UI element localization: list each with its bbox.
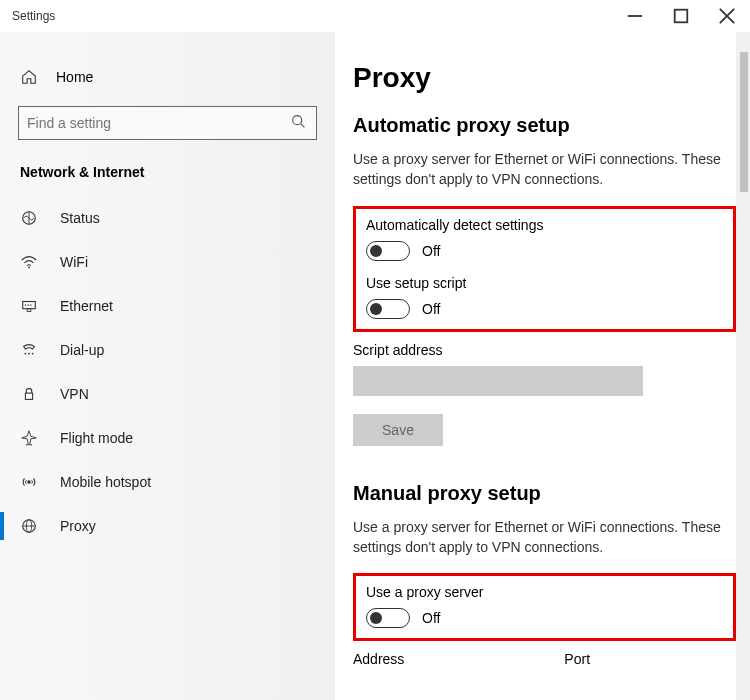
sidebar-item-label: Status xyxy=(60,210,100,226)
detect-toggle[interactable] xyxy=(366,241,410,261)
nav-list: Status WiFi Ethernet Dial-up VPN Flight … xyxy=(0,196,335,548)
svg-point-15 xyxy=(28,353,30,355)
svg-rect-17 xyxy=(25,393,32,399)
hotspot-icon xyxy=(20,473,40,491)
port-label: Port xyxy=(564,651,590,667)
script-address-input[interactable] xyxy=(353,366,643,396)
close-button[interactable] xyxy=(704,0,750,32)
home-label: Home xyxy=(56,69,93,85)
content-area: Proxy Automatic proxy setup Use a proxy … xyxy=(335,32,750,700)
detect-state: Off xyxy=(422,243,440,259)
search-icon xyxy=(290,113,308,134)
sidebar-item-label: WiFi xyxy=(60,254,88,270)
sidebar-item-label: Mobile hotspot xyxy=(60,474,151,490)
script-toggle[interactable] xyxy=(366,299,410,319)
sidebar-item-flightmode[interactable]: Flight mode xyxy=(0,416,335,460)
sidebar-item-wifi[interactable]: WiFi xyxy=(0,240,335,284)
sidebar-item-label: Dial-up xyxy=(60,342,104,358)
use-proxy-state: Off xyxy=(422,610,440,626)
script-state: Off xyxy=(422,301,440,317)
svg-point-14 xyxy=(25,353,27,355)
sidebar: Home Network & Internet Status WiFi Ethe… xyxy=(0,32,335,700)
home-icon xyxy=(20,68,40,86)
search-box[interactable] xyxy=(18,106,317,140)
script-address-label: Script address xyxy=(353,342,736,358)
scrollbar-thumb[interactable] xyxy=(740,52,748,192)
window-controls xyxy=(612,0,750,32)
sidebar-item-label: Proxy xyxy=(60,518,96,534)
svg-rect-10 xyxy=(27,309,31,312)
highlight-auto: Automatically detect settings Off Use se… xyxy=(353,206,736,332)
svg-rect-1 xyxy=(675,10,688,23)
minimize-button[interactable] xyxy=(612,0,658,32)
sidebar-item-dialup[interactable]: Dial-up xyxy=(0,328,335,372)
status-icon xyxy=(20,209,40,227)
address-label: Address xyxy=(353,651,404,667)
svg-point-16 xyxy=(32,353,34,355)
sidebar-item-hotspot[interactable]: Mobile hotspot xyxy=(0,460,335,504)
sidebar-item-proxy[interactable]: Proxy xyxy=(0,504,335,548)
svg-point-4 xyxy=(293,115,302,124)
scrollbar[interactable] xyxy=(736,32,750,700)
auto-desc: Use a proxy server for Ethernet or WiFi … xyxy=(353,149,723,190)
home-nav[interactable]: Home xyxy=(0,60,335,94)
sidebar-item-status[interactable]: Status xyxy=(0,196,335,240)
save-button[interactable]: Save xyxy=(353,414,443,446)
search-input[interactable] xyxy=(27,115,290,131)
window-title: Settings xyxy=(12,9,55,23)
sidebar-item-label: VPN xyxy=(60,386,89,402)
vpn-icon xyxy=(20,385,40,403)
detect-label: Automatically detect settings xyxy=(366,217,723,233)
svg-rect-9 xyxy=(23,302,36,309)
svg-line-5 xyxy=(301,123,305,127)
highlight-manual: Use a proxy server Off xyxy=(353,573,736,641)
page-title: Proxy xyxy=(353,62,736,94)
airplane-icon xyxy=(20,429,40,447)
manual-heading: Manual proxy setup xyxy=(353,482,736,505)
auto-heading: Automatic proxy setup xyxy=(353,114,736,137)
sidebar-item-vpn[interactable]: VPN xyxy=(0,372,335,416)
titlebar: Settings xyxy=(0,0,750,32)
maximize-button[interactable] xyxy=(658,0,704,32)
manual-desc: Use a proxy server for Ethernet or WiFi … xyxy=(353,517,723,558)
svg-point-18 xyxy=(27,480,31,484)
sidebar-item-label: Ethernet xyxy=(60,298,113,314)
use-proxy-toggle[interactable] xyxy=(366,608,410,628)
svg-point-8 xyxy=(28,267,30,269)
dialup-icon xyxy=(20,341,40,359)
globe-icon xyxy=(20,517,40,535)
script-label: Use setup script xyxy=(366,275,723,291)
sidebar-item-label: Flight mode xyxy=(60,430,133,446)
use-proxy-label: Use a proxy server xyxy=(366,584,723,600)
ethernet-icon xyxy=(20,297,40,315)
wifi-icon xyxy=(20,253,40,271)
sidebar-item-ethernet[interactable]: Ethernet xyxy=(0,284,335,328)
section-title: Network & Internet xyxy=(0,158,335,196)
